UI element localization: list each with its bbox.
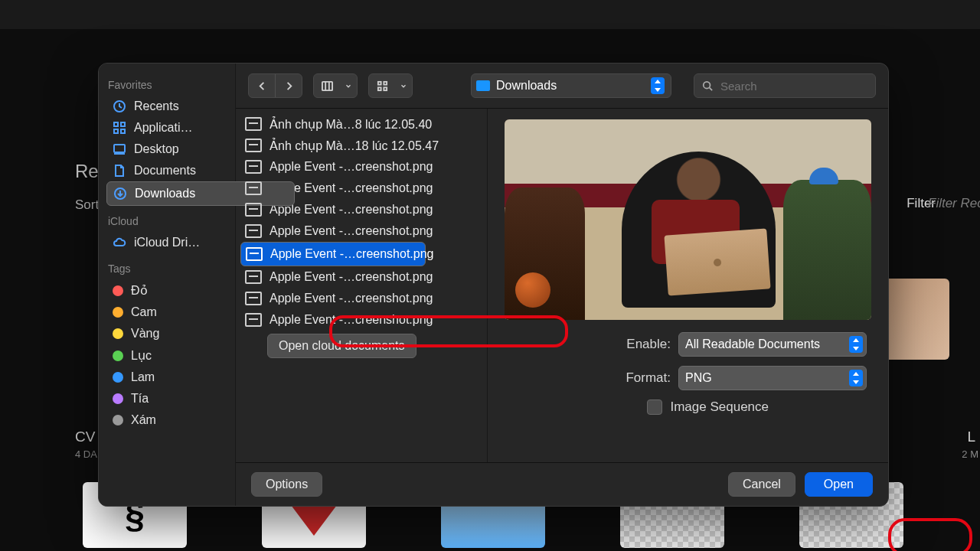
path-label: Downloads (496, 79, 557, 93)
sidebar-item--[interactable]: Đỏ (106, 279, 229, 302)
forward-button[interactable] (276, 74, 302, 97)
search-input[interactable] (719, 79, 867, 93)
file-name: Apple Event -…creenshot.png (270, 292, 433, 305)
svg-rect-2 (121, 122, 125, 126)
bg-filter-hint: Filter Rece (928, 196, 980, 211)
file-name: Apple Event -…creenshot.png (270, 224, 433, 238)
svg-rect-8 (322, 81, 332, 90)
image-file-icon (245, 224, 262, 238)
bg-item1-sub: 4 DA (75, 448, 97, 460)
format-label: Format: (626, 370, 671, 386)
preview-image (505, 119, 871, 320)
image-file-icon (245, 203, 262, 217)
tag-dot-icon (113, 328, 123, 339)
content-area: Ảnh chụp Mà…8 lúc 12.05.40Ảnh chụp Mà…18… (236, 109, 888, 462)
bg-item2-sub: 2 M (962, 448, 978, 460)
sidebar-item-x-m[interactable]: Xám (106, 409, 229, 431)
enable-select[interactable]: All Readable Documents (678, 332, 867, 357)
sidebar-item-label: Lam (131, 370, 155, 384)
image-sequence-checkbox[interactable] (647, 399, 662, 415)
file-list[interactable]: Ảnh chụp Mà…8 lúc 12.05.40Ảnh chụp Mà…18… (236, 109, 488, 462)
file-name: Apple Event -…creenshot.png (270, 160, 433, 174)
open-file-dialog: Favorites RecentsApplicati…DesktopDocume… (98, 63, 889, 507)
tag-dot-icon (113, 285, 123, 296)
file-name: Apple Event -…creenshot.png (270, 270, 433, 284)
svg-rect-11 (377, 81, 381, 84)
doc-icon (113, 164, 126, 178)
dialog-footer: Options Cancel Open (236, 462, 888, 506)
bg-word: Re (75, 161, 99, 182)
sidebar-item-applicati-[interactable]: Applicati… (106, 117, 229, 139)
svg-rect-5 (114, 145, 125, 152)
file-row[interactable]: Apple Event -…creenshot.png (236, 156, 487, 178)
sidebar-item-icloud-dri-[interactable]: iCloud Dri… (106, 232, 229, 253)
format-value: PNG (685, 371, 712, 385)
file-row[interactable]: Apple Event -…creenshot.png (236, 266, 487, 288)
back-button[interactable] (249, 74, 275, 97)
sidebar-item-label: Lục (131, 348, 152, 363)
tag-dot-icon (113, 393, 123, 404)
svg-line-16 (710, 88, 713, 91)
search-field[interactable] (694, 73, 876, 98)
file-row[interactable]: Apple Event -…creenshot.png (236, 288, 487, 309)
sidebar-item-cam[interactable]: Cam (106, 302, 229, 323)
svg-rect-14 (384, 87, 387, 90)
sidebar-item-label: Cam (131, 305, 157, 319)
image-file-icon (245, 313, 262, 327)
desktop-icon (113, 142, 126, 156)
bg-sort: Sort (75, 197, 99, 213)
format-controls: Enable: All Readable Documents Format: P… (505, 332, 871, 415)
sidebar-item-l-c[interactable]: Lục (106, 344, 229, 367)
file-row[interactable]: Ảnh chụp Mà…8 lúc 12.05.40 (236, 113, 487, 135)
svg-rect-3 (114, 129, 118, 133)
sidebar-item-recents[interactable]: Recents (106, 96, 229, 117)
image-file-icon (245, 160, 262, 174)
open-button[interactable]: Open (805, 472, 873, 497)
stepper-icon[interactable] (651, 77, 665, 94)
download-icon (113, 187, 127, 201)
nav-buttons (248, 73, 302, 98)
view-grid[interactable] (368, 73, 413, 98)
clock-icon (113, 99, 126, 113)
image-file-icon (245, 139, 262, 152)
svg-rect-4 (121, 129, 125, 133)
sidebar-item-label: Vàng (131, 327, 159, 341)
columns-icon[interactable] (314, 74, 340, 97)
sidebar-item-v-ng[interactable]: Vàng (106, 323, 229, 344)
file-name: Ảnh chụp Mà…8 lúc 12.05.40 (270, 117, 432, 132)
sidebar-item-downloads[interactable]: Downloads (106, 181, 295, 206)
stepper-icon (849, 336, 863, 353)
options-button[interactable]: Options (251, 472, 322, 497)
grid-icon[interactable] (369, 74, 395, 97)
tag-dot-icon (113, 307, 123, 318)
sidebar-item-t-a[interactable]: Tía (106, 388, 229, 409)
sidebar-head-favorites: Favorites (108, 79, 229, 91)
image-file-icon (245, 181, 262, 195)
sidebar-item-lam[interactable]: Lam (106, 367, 229, 388)
apps-icon (113, 121, 126, 135)
sidebar-item-label: Recents (134, 99, 179, 113)
file-row[interactable]: Apple Event -…creenshot.png (236, 220, 487, 242)
cancel-button[interactable]: Cancel (728, 472, 795, 497)
enable-value: All Readable Documents (685, 337, 820, 351)
file-row[interactable]: Apple Event -…creenshot.png (236, 309, 487, 331)
sidebar-item-label: Documents (134, 164, 196, 178)
sidebar: Favorites RecentsApplicati…DesktopDocume… (99, 64, 236, 506)
sidebar-head-icloud: iCloud (108, 215, 229, 227)
image-file-icon (246, 247, 263, 261)
view-columns[interactable] (313, 73, 358, 98)
sidebar-head-tags: Tags (108, 262, 229, 275)
chevron-down-icon[interactable] (395, 74, 412, 97)
open-cloud-button[interactable]: Open cloud documents (267, 334, 416, 358)
file-row[interactable]: Apple Event -…creenshot.png (240, 242, 426, 266)
sidebar-item-label: Downloads (135, 187, 195, 201)
svg-rect-13 (377, 87, 381, 90)
path-selector[interactable]: Downloads (471, 73, 671, 98)
sidebar-item-desktop[interactable]: Desktop (106, 139, 229, 160)
file-row[interactable]: Ảnh chụp Mà…18 lúc 12.05.47 (236, 135, 487, 156)
format-select[interactable]: PNG (678, 366, 867, 390)
tag-dot-icon (113, 350, 123, 361)
image-file-icon (245, 117, 262, 131)
sidebar-item-documents[interactable]: Documents (106, 160, 229, 181)
chevron-down-icon[interactable] (340, 74, 357, 97)
